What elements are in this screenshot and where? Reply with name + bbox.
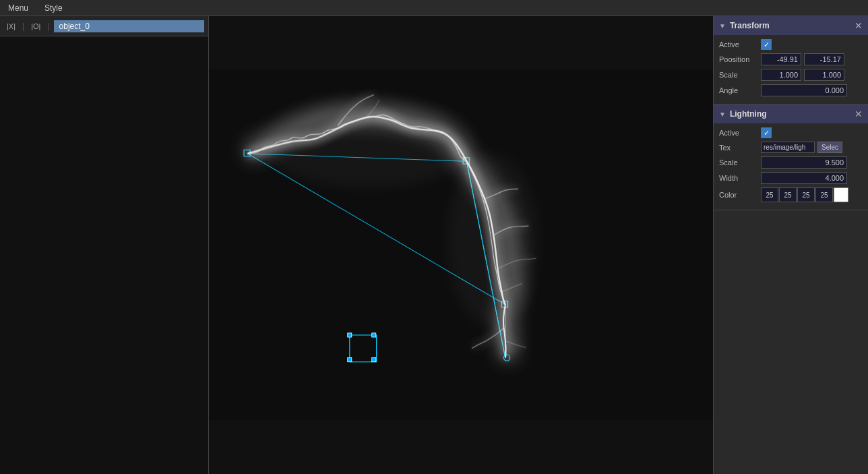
lightning-tex-select-btn[interactable]: Selec bbox=[817, 142, 842, 153]
lightning-width-label: Width bbox=[719, 174, 758, 182]
lightning-color-swatch[interactable] bbox=[834, 187, 848, 202]
lightning-scale-row: Scale bbox=[719, 156, 863, 169]
lightning-active-row: Active ✓ bbox=[719, 127, 863, 138]
svg-rect-13 bbox=[348, 333, 352, 337]
right-panel: ▼ Transform ✕ Active ✓ Poosition bbox=[713, 16, 868, 474]
transform-active-checkbox[interactable]: ✓ bbox=[761, 39, 772, 50]
transform-active-label: Active bbox=[719, 40, 758, 49]
menu-menu[interactable]: Menu bbox=[5, 2, 31, 14]
main-layout: |X| | |O| | object_0 bbox=[0, 16, 868, 474]
transform-position-y[interactable] bbox=[804, 53, 844, 65]
transform-title: Transform bbox=[730, 21, 770, 30]
separator-2: | bbox=[47, 22, 49, 31]
transform-angle-label: Angle bbox=[719, 86, 758, 94]
lightning-scale-label: Scale bbox=[719, 158, 758, 167]
lightning-color-g[interactable] bbox=[779, 187, 797, 202]
transform-angle-value[interactable] bbox=[761, 84, 847, 96]
canvas-area[interactable] bbox=[209, 16, 713, 474]
lightning-svg bbox=[209, 16, 713, 474]
btn-x[interactable]: |X| bbox=[4, 21, 18, 32]
lightning-color-values bbox=[761, 187, 848, 202]
transform-body: Active ✓ Poosition Scale Angle bbox=[714, 35, 868, 104]
object-bar: |X| | |O| | object_0 bbox=[0, 16, 208, 36]
lightning-collapse-icon[interactable]: ▼ bbox=[719, 111, 726, 118]
svg-point-11 bbox=[451, 158, 533, 323]
lightning-width-value[interactable] bbox=[761, 172, 847, 184]
transform-scale-y[interactable] bbox=[804, 69, 844, 81]
lightning-header: ▼ Lightning ✕ bbox=[714, 105, 868, 123]
transform-close-btn[interactable]: ✕ bbox=[855, 21, 863, 30]
menu-style[interactable]: Style bbox=[42, 2, 65, 14]
lightning-color-label: Color bbox=[719, 191, 758, 199]
transform-scale-row: Scale bbox=[719, 69, 863, 81]
lightning-color-a[interactable] bbox=[815, 187, 833, 202]
svg-rect-16 bbox=[372, 358, 376, 362]
transform-scale-x[interactable] bbox=[761, 69, 801, 81]
separator-1: | bbox=[22, 22, 24, 31]
object-name[interactable]: object_0 bbox=[54, 20, 204, 32]
lightning-section: ▼ Lightning ✕ Active ✓ Tex Selec bbox=[714, 105, 868, 210]
lightning-title: Lightning bbox=[730, 109, 767, 119]
svg-rect-15 bbox=[348, 358, 352, 362]
lightning-tex-input[interactable] bbox=[761, 142, 815, 153]
lightning-scale-value[interactable] bbox=[761, 156, 847, 169]
transform-position-row: Poosition bbox=[719, 53, 863, 65]
transform-header: ▼ Transform ✕ bbox=[714, 16, 868, 35]
lightning-color-b[interactable] bbox=[797, 187, 815, 202]
left-panel: |X| | |O| | object_0 bbox=[0, 16, 209, 474]
lightning-width-row: Width bbox=[719, 172, 863, 184]
svg-point-10 bbox=[266, 101, 472, 183]
svg-rect-14 bbox=[372, 333, 376, 337]
lightning-active-checkbox[interactable]: ✓ bbox=[761, 127, 772, 138]
menu-bar: Menu Style bbox=[0, 0, 868, 16]
lightning-body: Active ✓ Tex Selec Scale Width bbox=[714, 123, 868, 210]
transform-collapse-icon[interactable]: ▼ bbox=[719, 22, 726, 30]
transform-active-row: Active ✓ bbox=[719, 39, 863, 50]
transform-position-x[interactable] bbox=[761, 53, 801, 65]
lightning-color-r[interactable] bbox=[761, 187, 778, 202]
transform-position-label: Poosition bbox=[719, 55, 758, 63]
lightning-tex-row: Tex Selec bbox=[719, 142, 863, 153]
lightning-tex-label: Tex bbox=[719, 144, 758, 152]
transform-section: ▼ Transform ✕ Active ✓ Poosition bbox=[714, 16, 868, 105]
transform-angle-row: Angle bbox=[719, 84, 863, 96]
transform-scale-label: Scale bbox=[719, 71, 758, 79]
lightning-color-row: Color bbox=[719, 187, 863, 202]
btn-o[interactable]: |O| bbox=[28, 21, 43, 32]
lightning-close-btn[interactable]: ✕ bbox=[855, 109, 863, 119]
lightning-active-label: Active bbox=[719, 129, 758, 137]
